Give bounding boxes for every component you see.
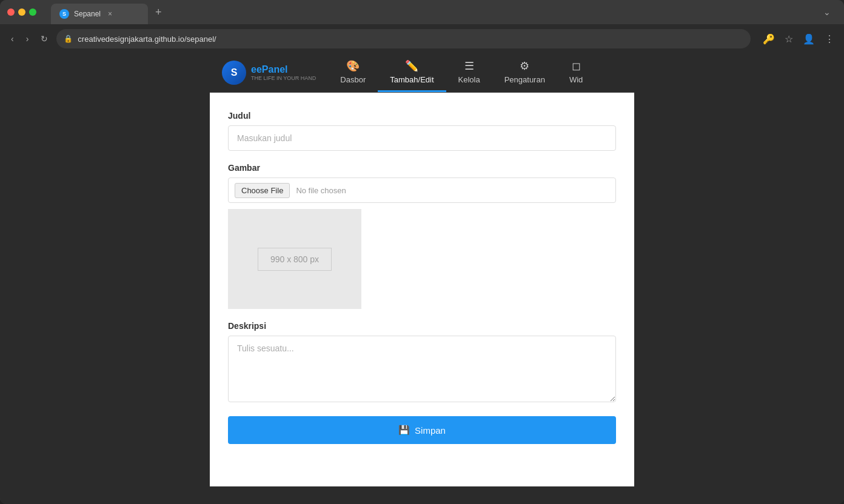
tab-favicon: S <box>59 9 69 19</box>
nav-item-widget[interactable]: ◻ Wid <box>557 53 595 92</box>
logo-icon: S <box>222 61 246 85</box>
save-label: Simpan <box>415 425 446 436</box>
form-panel: Judul Gambar Choose File No file chosen … <box>210 93 634 486</box>
widget-icon: ◻ <box>572 59 581 73</box>
lock-icon: 🔒 <box>64 35 73 43</box>
image-placeholder-text: 990 x 800 px <box>258 248 332 271</box>
address-input-wrap[interactable]: 🔒 creativedesignjakarta.github.io/sepane… <box>56 29 751 48</box>
pengaturan-label: Pengaturan <box>504 75 545 84</box>
tambah-icon: ✏️ <box>405 59 418 73</box>
image-placeholder: 990 x 800 px <box>228 209 361 309</box>
browser-tab[interactable]: S Sepanel × <box>51 4 148 24</box>
nav-item-tambah-edit[interactable]: ✏️ Tambah/Edit <box>378 53 446 92</box>
nav-item-dasbor[interactable]: 🎨 Dasbor <box>328 53 378 92</box>
dasbor-label: Dasbor <box>340 75 366 84</box>
traffic-lights <box>7 8 36 16</box>
kelola-label: Kelola <box>458 75 480 84</box>
gambar-group: Gambar Choose File No file chosen 990 x … <box>228 163 616 309</box>
new-tab-button[interactable]: + <box>153 4 164 21</box>
profile-icon-button[interactable]: 👤 <box>800 31 817 47</box>
nav-item-pengaturan[interactable]: ⚙ Pengaturan <box>492 53 557 92</box>
address-bar: ‹ › ↻ 🔒 creativedesignjakarta.github.io/… <box>0 24 844 53</box>
no-file-text: No file chosen <box>296 186 346 195</box>
app-nav-wrapper: S eePanel THE LIFE IN YOUR HAND 🎨 <box>210 53 634 93</box>
tab-close-icon[interactable]: × <box>108 10 112 18</box>
refresh-button[interactable]: ↻ <box>37 31 52 46</box>
judul-input[interactable] <box>228 125 616 151</box>
gambar-label: Gambar <box>228 163 616 173</box>
logo-brand: eePanel <box>251 64 316 75</box>
back-button[interactable]: ‹ <box>7 31 18 46</box>
nav-item-kelola[interactable]: ☰ Kelola <box>446 53 492 92</box>
nav-items: 🎨 Dasbor ✏️ Tambah/Edit ☰ Kelola ⚙ <box>328 53 634 92</box>
tab-title: Sepanel <box>74 10 101 18</box>
maximize-button[interactable] <box>29 8 36 16</box>
menu-icon-button[interactable]: ⋮ <box>822 31 837 47</box>
app-logo: S eePanel THE LIFE IN YOUR HAND <box>210 61 328 85</box>
dropdown-button[interactable]: ⌄ <box>817 5 837 19</box>
judul-group: Judul <box>228 111 616 151</box>
tambah-label: Tambah/Edit <box>390 75 434 84</box>
browser-window: S Sepanel × + ⌄ ‹ › ↻ 🔒 creativedesignja… <box>0 0 844 504</box>
logo-text-group: eePanel THE LIFE IN YOUR HAND <box>251 64 316 81</box>
file-input-wrapper: Choose File No file chosen <box>228 177 616 203</box>
logo-subtitle: THE LIFE IN YOUR HAND <box>251 75 316 81</box>
minimize-button[interactable] <box>18 8 25 16</box>
form-content: Judul Gambar Choose File No file chosen … <box>210 93 634 462</box>
address-actions: 🔑 ☆ 👤 ⋮ <box>760 31 837 47</box>
pengaturan-icon: ⚙ <box>520 59 529 73</box>
save-icon: 💾 <box>398 425 410 436</box>
close-button[interactable] <box>7 8 15 16</box>
app-nav: S eePanel THE LIFE IN YOUR HAND 🎨 <box>210 53 634 93</box>
key-icon-button[interactable]: 🔑 <box>760 31 777 47</box>
title-bar: S Sepanel × + ⌄ <box>0 0 844 24</box>
choose-file-button[interactable]: Choose File <box>235 183 290 198</box>
judul-label: Judul <box>228 111 616 121</box>
kelola-icon: ☰ <box>464 59 474 73</box>
deskripsi-textarea[interactable] <box>228 336 616 402</box>
deskripsi-group: Deskripsi <box>228 321 616 404</box>
star-icon-button[interactable]: ☆ <box>782 31 795 47</box>
deskripsi-label: Deskripsi <box>228 321 616 331</box>
save-button[interactable]: 💾 Simpan <box>228 416 616 444</box>
dasbor-icon: 🎨 <box>346 59 360 73</box>
tab-bar: S Sepanel × + <box>51 2 812 22</box>
widget-label: Wid <box>569 75 583 84</box>
forward-button[interactable]: › <box>22 31 33 46</box>
logo-letter-e: e <box>251 64 256 75</box>
address-url: creativedesignjakarta.github.io/sepanel/ <box>78 35 743 44</box>
app-container: S eePanel THE LIFE IN YOUR HAND 🎨 <box>0 53 844 504</box>
logo-letter: S <box>231 67 238 78</box>
